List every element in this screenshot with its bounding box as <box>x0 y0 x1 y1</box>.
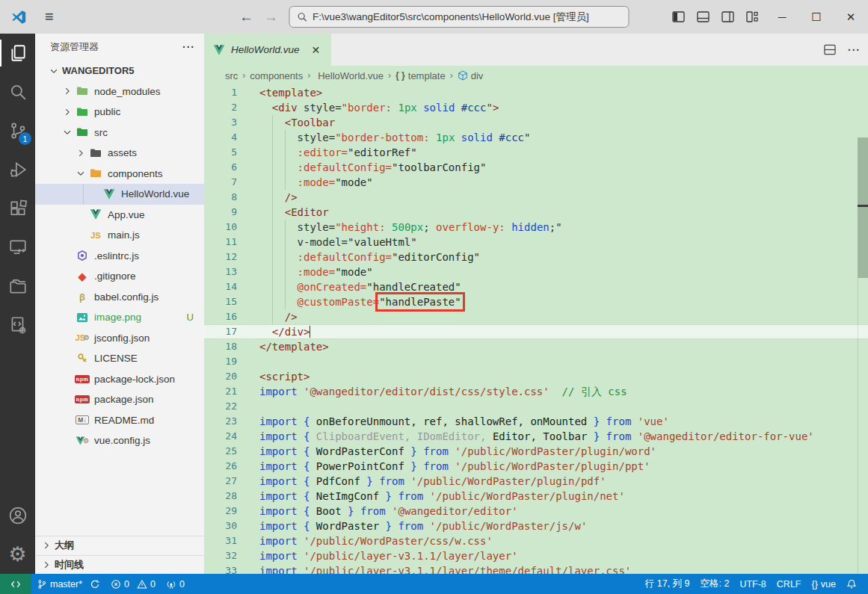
code-line[interactable]: 33import '/public/layer-v3.1.1/layer/the… <box>204 563 868 574</box>
breadcrumb-item-helloworld-vue[interactable]: HelloWorld.vue <box>315 70 384 81</box>
activity-folder-library-icon[interactable] <box>0 267 35 306</box>
code-line[interactable]: 9 <Editor <box>204 205 868 220</box>
tree-item--gitignore[interactable]: ◆.gitignore <box>35 266 204 287</box>
notifications-bell[interactable] <box>841 574 862 594</box>
activity-remote-explorer-icon[interactable] <box>0 228 35 267</box>
tree-item-wangeditor5[interactable]: WANGEDITOR5 <box>35 61 204 81</box>
tree-item-node-modules[interactable]: node_modules <box>35 81 204 102</box>
code-line[interactable]: 1<template> <box>204 85 868 100</box>
tree-item-helloworld-vue[interactable]: HelloWorld.vue <box>35 184 204 205</box>
code-editor[interactable]: 1<template>2 <div style="border: 1px sol… <box>204 85 868 574</box>
tree-item-assets[interactable]: assets <box>35 143 204 164</box>
tree-item-vue-config-js[interactable]: ⚙vue.config.js <box>35 430 204 451</box>
code-line[interactable]: 31import '/public/WordPaster/css/w.css' <box>204 533 868 548</box>
activity-source-control-icon[interactable]: 1 <box>0 111 35 150</box>
tree-item-readme-md[interactable]: M↓README.md <box>35 410 204 431</box>
code-line[interactable]: 20<script> <box>204 369 868 384</box>
code-line[interactable]: 24import { ClipboardEvent, IDomEditor, E… <box>204 429 868 444</box>
code-line[interactable]: 13 :mode="mode" <box>204 264 868 279</box>
cursor-position-status[interactable]: 行 17, 列 9 <box>640 574 695 594</box>
tree-item-app-vue[interactable]: App.vue <box>35 205 204 226</box>
toggle-secondary-sidebar-icon[interactable] <box>715 0 740 34</box>
activity-search-icon[interactable] <box>0 72 35 111</box>
code-line[interactable]: 16 /> <box>204 309 868 324</box>
tree-item-components[interactable]: components <box>35 164 204 185</box>
encoding-status[interactable]: UTF-8 <box>734 574 771 594</box>
account-icon[interactable] <box>0 496 35 535</box>
sidebar-more-actions-icon[interactable]: ··· <box>182 41 195 53</box>
split-editor-icon[interactable] <box>824 44 836 55</box>
section-timeline[interactable]: 时间线 <box>35 555 204 575</box>
tree-item-image-png[interactable]: image.pngU <box>35 307 204 328</box>
code-line[interactable]: 7 :mode="mode" <box>204 175 868 190</box>
tab-helloworld-vue[interactable]: HelloWorld.vue ✕ <box>204 34 331 66</box>
tab-close-icon[interactable]: ✕ <box>312 44 321 56</box>
activity-extensions-icon[interactable] <box>0 189 35 228</box>
code-line[interactable]: 17 </div> <box>204 324 868 339</box>
breadcrumb-item-components[interactable]: components <box>250 70 303 81</box>
code-line[interactable]: 26import { PowerPointConf } from '/publi… <box>204 459 868 474</box>
breadcrumb-item-src[interactable]: src <box>225 70 238 81</box>
code-line[interactable]: 25import { WordPasterConf } from '/publi… <box>204 444 868 459</box>
nav-forward-icon[interactable]: → <box>264 9 278 25</box>
window-close-button[interactable]: ✕ <box>834 0 868 34</box>
command-center-search[interactable]: F:\vue3\wangEditor5\src\components\Hello… <box>289 6 629 28</box>
code-line[interactable]: 19 <box>204 354 868 369</box>
code-line[interactable]: 12 :defaultConfig="editorConfig" <box>204 250 868 264</box>
activity-explorer-icon[interactable] <box>0 34 35 72</box>
customize-layout-icon[interactable] <box>740 0 765 34</box>
code-line[interactable]: 14 @onCreated="handleCreated" <box>204 279 868 294</box>
code-line[interactable]: 6 :defaultConfig="toolbarConfig" <box>204 160 868 175</box>
code-line[interactable]: 5 :editor="editorRef" <box>204 145 868 160</box>
git-branch-status[interactable]: master* <box>31 574 105 594</box>
nav-back-icon[interactable]: ← <box>239 9 253 25</box>
code-line[interactable]: 3 <Toolbar <box>204 115 868 130</box>
code-line[interactable]: 30import { WordPaster } from '/public/Wo… <box>204 519 868 533</box>
tree-item-package-lock-json[interactable]: npmpackage-lock.json <box>35 369 204 390</box>
breadcrumb-item-div[interactable]: div <box>458 70 484 81</box>
activity-code-runner-icon[interactable] <box>0 306 35 344</box>
code-line[interactable]: 4 style="border-bottom: 1px solid #ccc" <box>204 130 868 145</box>
code-line[interactable]: 23import { onBeforeUnmount, ref, shallow… <box>204 414 868 429</box>
code-line[interactable]: 15 @customPaste="handlePaste" <box>204 294 868 309</box>
tree-item-src[interactable]: src <box>35 123 204 143</box>
indentation-status[interactable]: 空格: 2 <box>695 574 735 594</box>
tree-item--eslintrc-js[interactable]: .eslintrc.js <box>35 246 204 267</box>
toggle-sidebar-icon[interactable] <box>666 0 691 34</box>
breadcrumb-item-template[interactable]: { }template <box>395 70 446 81</box>
menu-hamburger-icon[interactable]: ≡ <box>45 8 54 25</box>
line-number: 24 <box>204 429 237 444</box>
code-line[interactable]: 27import { PdfConf } from '/public/WordP… <box>204 474 868 489</box>
eol-status[interactable]: CRLF <box>772 574 807 594</box>
code-line[interactable]: 29import { Boot } from '@wangeditor/edit… <box>204 504 868 519</box>
activity-run-debug-icon[interactable] <box>0 150 35 189</box>
window-minimize-button[interactable]: ─ <box>765 0 799 34</box>
code-line[interactable]: 32import '/public/layer-v3.1.1/layer/lay… <box>204 548 868 563</box>
code-line[interactable]: 28import { NetImgConf } from '/public/Wo… <box>204 489 868 504</box>
ports-status[interactable]: 0 <box>161 574 190 594</box>
code-line[interactable]: 21import '@wangeditor/editor/dist/css/st… <box>204 384 868 399</box>
window-maximize-button[interactable]: ☐ <box>799 0 834 34</box>
toggle-panel-icon[interactable] <box>691 0 715 34</box>
code-line[interactable]: 10 style="height: 500px; overflow-y: hid… <box>204 220 868 235</box>
editor-more-actions-icon[interactable]: ··· <box>848 44 861 56</box>
code-line[interactable]: 11 v-model="valueHtml" <box>204 235 868 250</box>
vscode-logo-icon <box>10 9 27 25</box>
code-line[interactable]: 2 <div style="border: 1px solid #ccc"> <box>204 100 868 115</box>
settings-gear-icon[interactable]: ⚙ <box>0 535 35 574</box>
tree-item-babel-config-js[interactable]: βbabel.config.js <box>35 287 204 308</box>
language-mode-status[interactable]: {} vue <box>806 574 841 594</box>
code-line[interactable]: 8 /> <box>204 190 868 205</box>
code-line[interactable]: 18</template> <box>204 339 868 354</box>
tree-item-jsconfig-json[interactable]: JS⚙jsconfig.json <box>35 328 204 349</box>
remote-indicator[interactable] <box>0 574 31 594</box>
tree-item-label: README.md <box>94 415 154 426</box>
tree-item-public[interactable]: public <box>35 102 204 123</box>
section-outline[interactable]: 大纲 <box>35 536 204 555</box>
tree-item-license[interactable]: LICENSE <box>35 348 204 369</box>
problems-status[interactable]: 0 0 <box>105 574 161 594</box>
tree-item-package-json[interactable]: npmpackage.json <box>35 389 204 410</box>
tree-item-main-js[interactable]: JSmain.js <box>35 225 204 246</box>
chevron-right-icon <box>76 147 89 159</box>
code-line[interactable]: 22 <box>204 399 868 414</box>
